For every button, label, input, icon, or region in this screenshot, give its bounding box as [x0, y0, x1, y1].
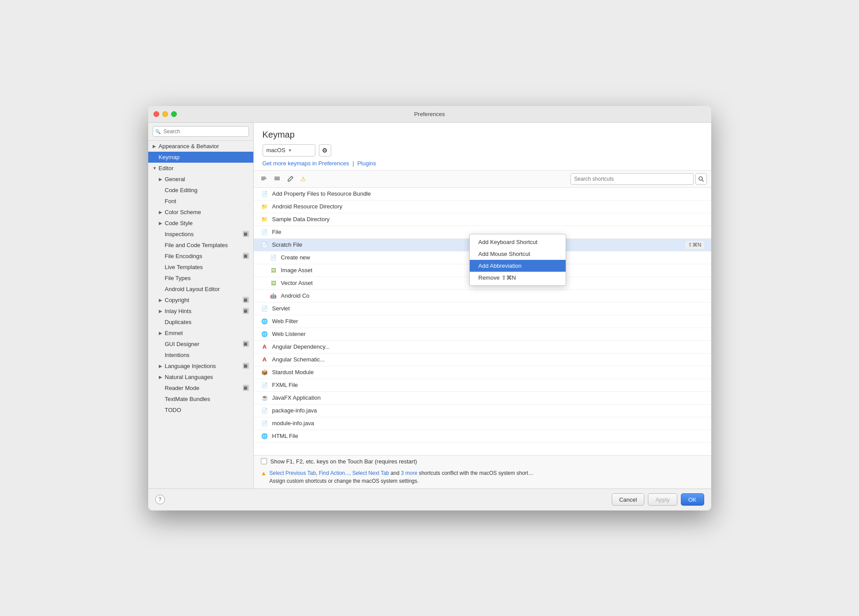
maximize-button[interactable]	[171, 111, 177, 117]
shortcut-badge: ⇧⌘N	[685, 241, 704, 249]
sidebar-item-label: Inspections	[165, 231, 194, 237]
toolbar-search-input[interactable]	[570, 173, 694, 185]
sidebar-item-label: Live Templates	[165, 264, 249, 270]
plugins-link[interactable]: Plugins	[357, 160, 376, 167]
svg-point-6	[699, 177, 702, 180]
context-add-abbreviation[interactable]: Add Abbreviation	[470, 260, 566, 272]
touch-bar-label: Show F1, F2, etc. keys on the Touch Bar …	[270, 458, 417, 465]
item-label: Stardust Module	[272, 369, 704, 375]
context-add-keyboard-shortcut[interactable]: Add Keyboard Shortcut	[470, 236, 566, 248]
sidebar-item-gui-designer[interactable]: GUI Designer ▦	[148, 339, 253, 350]
footer-right: Cancel Apply OK	[612, 493, 704, 506]
sidebar-item-textmate-bundles[interactable]: TextMate Bundles	[148, 394, 253, 405]
sidebar-item-intentions[interactable]: Intentions	[148, 350, 253, 361]
svg-line-7	[702, 180, 704, 182]
sidebar-item-reader-mode[interactable]: Reader Mode ▦	[148, 383, 253, 394]
plugin-links-row: Get more keymaps in Preferences | Plugin…	[263, 160, 702, 167]
traffic-lights	[154, 111, 177, 117]
svg-rect-3	[274, 178, 280, 179]
folder-icon: 📁	[261, 215, 269, 223]
keymap-selector[interactable]: macOS ▼	[263, 144, 315, 157]
sidebar-item-keymap[interactable]: Keymap	[148, 152, 253, 163]
ok-button[interactable]: OK	[681, 493, 704, 506]
cancel-button[interactable]: Cancel	[612, 493, 644, 506]
more-link[interactable]: 3 more	[401, 470, 417, 476]
sidebar-item-language-injections[interactable]: ▶ Language Injections ▦	[148, 361, 253, 372]
list-item[interactable]: 🌐 Web Listener	[254, 328, 711, 341]
sidebar-item-file-code-templates[interactable]: File and Code Templates	[148, 240, 253, 251]
gear-button[interactable]: ⚙	[319, 144, 331, 157]
sidebar-item-live-templates[interactable]: Live Templates	[148, 262, 253, 273]
list-item[interactable]: 📄 package-info.java	[254, 405, 711, 417]
main-panel: Keymap macOS ▼ ⚙ Get more keymaps in Pre…	[254, 123, 711, 488]
find-shortcut-button[interactable]	[695, 173, 707, 185]
minimize-button[interactable]	[162, 111, 168, 117]
sidebar-item-color-scheme[interactable]: ▶ Color Scheme	[148, 207, 253, 218]
key-list[interactable]: 📄 Add Property Files to Resource Bundle …	[254, 188, 711, 455]
sidebar-item-file-types[interactable]: File Types	[148, 273, 253, 284]
sidebar-item-natural-languages[interactable]: ▶ Natural Languages	[148, 372, 253, 383]
sidebar-item-appearance[interactable]: ▶ Appearance & Behavior	[148, 141, 253, 152]
context-remove-shortcut[interactable]: Remove ⇧⌘N	[470, 272, 566, 284]
sidebar-item-copyright[interactable]: ▶ Copyright ▦	[148, 295, 253, 306]
expand-all-button[interactable]	[271, 173, 283, 185]
keymap-row: macOS ▼ ⚙	[263, 144, 702, 157]
edit-icon	[287, 175, 294, 182]
sidebar-search-input[interactable]	[153, 126, 249, 137]
sidebar-item-emmet[interactable]: ▶ Emmet	[148, 328, 253, 339]
sidebar-item-code-style[interactable]: ▶ Code Style	[148, 218, 253, 229]
collapse-all-button[interactable]	[258, 173, 270, 185]
badge-icon: ▦	[243, 231, 249, 237]
list-item[interactable]: 📄 Add Property Files to Resource Bundle	[254, 188, 711, 200]
list-item[interactable]: ☕ JavaFX Application	[254, 392, 711, 405]
sidebar-item-duplicates[interactable]: Duplicates	[148, 317, 253, 328]
close-button[interactable]	[154, 111, 159, 117]
warning-button[interactable]: ⚠	[298, 173, 309, 185]
apply-button[interactable]: Apply	[648, 493, 677, 506]
list-item[interactable]: 📄 module-info.java	[254, 417, 711, 430]
chevron-down-icon: ▼	[288, 148, 292, 153]
package-info-icon: 📄	[261, 407, 269, 415]
badge-icon: ▦	[243, 385, 249, 391]
panel-title: Keymap	[263, 130, 702, 140]
list-item[interactable]: 📁 Sample Data Directory	[254, 213, 711, 226]
list-item[interactable]: 🌐 HTML File	[254, 430, 711, 443]
warning-row: ▲ Select Previous Tab, Find Action..., S…	[254, 467, 711, 488]
toolbar-search-area	[570, 173, 707, 185]
sidebar: ▶ Appearance & Behavior Keymap ▼ Editor …	[148, 123, 254, 488]
list-item[interactable]: 📁 Android Resource Directory	[254, 200, 711, 213]
preferences-link[interactable]: Get more keymaps in Preferences	[263, 160, 349, 167]
list-item[interactable]: 🌐 Web Filter	[254, 315, 711, 328]
item-label: Web Listener	[272, 331, 704, 337]
sidebar-item-font[interactable]: Font	[148, 196, 253, 207]
sidebar-item-editor[interactable]: ▼ Editor	[148, 163, 253, 174]
arrow-icon: ▶	[159, 375, 165, 379]
edit-button[interactable]	[285, 173, 296, 185]
sidebar-item-todo[interactable]: TODO	[148, 405, 253, 416]
sidebar-item-inspections[interactable]: Inspections ▦	[148, 229, 253, 240]
item-label: JavaFX Application	[272, 394, 704, 401]
bottom-bar: Show F1, F2, etc. keys on the Touch Bar …	[254, 455, 711, 488]
touch-bar-checkbox[interactable]	[261, 458, 267, 464]
sidebar-item-code-editing[interactable]: Code Editing	[148, 185, 253, 196]
list-item[interactable]: A Angular Schematic...	[254, 354, 711, 366]
sidebar-item-general[interactable]: ▶ General	[148, 174, 253, 185]
find-shortcut-icon	[698, 176, 704, 182]
context-add-mouse-shortcut[interactable]: Add Mouse Shortcut	[470, 248, 566, 260]
sidebar-item-file-encodings[interactable]: File Encodings ▦	[148, 251, 253, 262]
find-action-link[interactable]: Find Action...,	[319, 470, 351, 476]
help-button[interactable]: ?	[155, 495, 165, 504]
select-prev-tab-link[interactable]: Select Previous Tab	[269, 470, 316, 476]
list-item[interactable]: 📄 Servlet	[254, 303, 711, 315]
sidebar-item-label: File Encodings	[165, 253, 202, 259]
sidebar-item-android-layout-editor[interactable]: Android Layout Editor	[148, 284, 253, 295]
list-item[interactable]: A Angular Dependency...	[254, 341, 711, 354]
item-label: Sample Data Directory	[272, 216, 704, 222]
sidebar-item-inlay-hints[interactable]: ▶ Inlay Hints ▦	[148, 306, 253, 317]
list-item[interactable]: 🤖 Android Co	[254, 290, 711, 303]
list-item[interactable]: 📦 Stardust Module	[254, 366, 711, 379]
svg-rect-5	[274, 177, 280, 178]
item-label: Servlet	[272, 305, 704, 312]
select-next-tab-link[interactable]: Select Next Tab	[352, 470, 389, 476]
list-item[interactable]: 📄 FXML File	[254, 379, 711, 392]
